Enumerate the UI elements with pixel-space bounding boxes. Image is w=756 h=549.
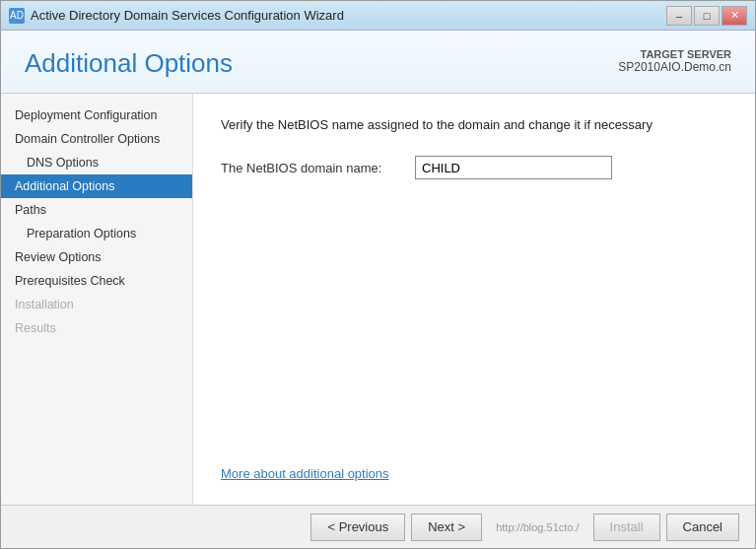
title-bar-buttons: – □ ✕ [666, 6, 747, 26]
body-area: Deployment ConfigurationDomain Controlle… [1, 94, 755, 505]
title-bar-left: AD Active Directory Domain Services Conf… [9, 8, 344, 24]
sidebar-item-domain-controller-options[interactable]: Domain Controller Options [1, 127, 192, 151]
page-header: Additional Options TARGET SERVER SP2010A… [1, 31, 755, 94]
previous-button[interactable]: < Previous [310, 514, 405, 541]
sidebar-item-results: Results [1, 316, 192, 340]
next-button[interactable]: Next > [411, 514, 482, 541]
sidebar-item-deployment-configuration[interactable]: Deployment Configuration [1, 103, 192, 127]
sidebar-item-prerequisites-check[interactable]: Prerequisites Check [1, 269, 192, 293]
title-bar: AD Active Directory Domain Services Conf… [1, 1, 755, 31]
sidebar: Deployment ConfigurationDomain Controlle… [1, 94, 193, 505]
netbios-input[interactable] [415, 156, 612, 179]
sidebar-item-installation: Installation [1, 293, 192, 316]
sidebar-item-preparation-options[interactable]: Preparation Options [1, 222, 192, 245]
close-button[interactable]: ✕ [722, 6, 747, 26]
sidebar-item-dns-options[interactable]: DNS Options [1, 151, 192, 174]
sidebar-item-additional-options[interactable]: Additional Options [1, 174, 192, 198]
install-button: Install [593, 514, 660, 541]
verify-text: Verify the NetBIOS name assigned to the … [221, 117, 727, 132]
main-window: AD Active Directory Domain Services Conf… [0, 0, 756, 549]
watermark: http://blog.51cto./ [496, 521, 579, 533]
target-server-value: SP2010AIO.Demo.cn [618, 60, 731, 74]
footer: < Previous Next > http://blog.51cto./ In… [1, 505, 755, 548]
cancel-button[interactable]: Cancel [666, 514, 739, 541]
window-icon: AD [9, 8, 25, 24]
window-title: Active Directory Domain Services Configu… [31, 8, 344, 23]
minimize-button[interactable]: – [666, 6, 692, 26]
maximize-button[interactable]: □ [694, 6, 720, 26]
page-title: Additional Options [25, 48, 233, 79]
sidebar-item-review-options[interactable]: Review Options [1, 245, 192, 269]
more-about-link[interactable]: More about additional options [221, 456, 727, 481]
sidebar-item-paths[interactable]: Paths [1, 198, 192, 222]
target-server-label: TARGET SERVER [618, 48, 731, 60]
netbios-label: The NetBIOS domain name: [221, 161, 403, 175]
content-area: Additional Options TARGET SERVER SP2010A… [1, 31, 755, 505]
main-panel: Verify the NetBIOS name assigned to the … [193, 94, 755, 505]
netbios-field-row: The NetBIOS domain name: [221, 156, 727, 179]
target-server-info: TARGET SERVER SP2010AIO.Demo.cn [618, 48, 731, 74]
